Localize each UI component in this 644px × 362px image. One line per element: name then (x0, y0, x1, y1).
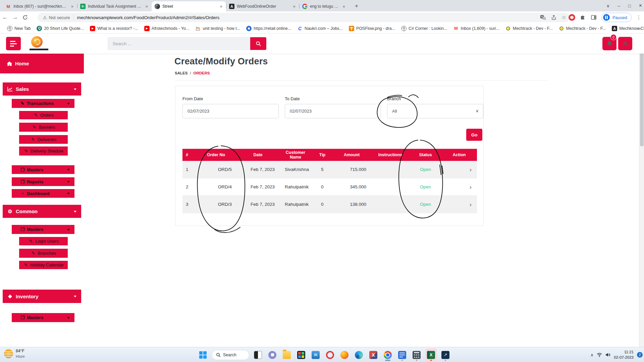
url-text[interactable]: mechknowsamplework.com/FoodOrderProduct/… (77, 15, 537, 20)
close-button[interactable]: × (639, 3, 642, 9)
tab-close-icon[interactable]: × (342, 4, 346, 9)
tab-google-search[interactable]: eng to telugu - Google Search × (299, 1, 349, 11)
taskbar-chrome-active[interactable] (382, 349, 393, 361)
sidebar-item-holiday-calendar[interactable]: ✎ Holiday Calendar (19, 261, 68, 269)
sidebar-item-masters-common[interactable]: ❐ Masters (12, 225, 74, 234)
bookmark-gmail-inbox[interactable]: MInbox (1,609) - suri... (450, 26, 502, 31)
app-search-button[interactable] (250, 37, 266, 50)
wifi-icon[interactable] (597, 353, 602, 357)
bookmark-afrotechmods[interactable]: ▶Afrotechmods - Yo... (141, 26, 193, 31)
reload-button[interactable] (22, 14, 28, 20)
sidebar-item-masters-inventory[interactable]: ❐ Masters (12, 313, 74, 322)
table-row[interactable]: 3 ORD/3 Feb 7, 2023 Rahulpatnik 0 138.00… (182, 196, 477, 213)
taskbar-file-explorer[interactable] (281, 349, 292, 361)
page-scrollbar[interactable]: ▲ (639, 34, 644, 347)
sidebar-item-inventory[interactable]: ❖ Inventory (3, 290, 81, 303)
to-date-input[interactable]: 02/07/2023 (285, 104, 381, 118)
share-icon[interactable] (551, 15, 556, 20)
taskbar-clock[interactable]: 11:21 02-07-2023 (614, 350, 634, 360)
profile-sync-paused-button[interactable]: Paused (601, 13, 632, 22)
new-tab-button[interactable]: + (353, 3, 360, 9)
taskbar-firefox[interactable] (339, 349, 350, 361)
tab-close-icon[interactable]: × (292, 4, 296, 9)
hidden-icons-chevron-icon[interactable]: ∧ (590, 353, 593, 357)
bookmark-naukri[interactable]: CNaukri.com – Jobs... (294, 26, 346, 31)
row-expand-chevron-icon[interactable]: › (441, 166, 477, 173)
go-button[interactable]: Go (466, 129, 482, 141)
tab-search-icon[interactable]: ∨ (606, 3, 610, 8)
tab-close-icon[interactable]: × (219, 4, 223, 9)
maximize-button[interactable]: □ (628, 3, 631, 8)
bookmark-resistor-video[interactable]: ▶What is a resistor? -... (87, 26, 141, 31)
sidebar-item-branches[interactable]: ✎ Branches (19, 249, 68, 258)
from-date-input[interactable]: 02/07/2023 (182, 104, 279, 118)
tab-close-icon[interactable]: × (145, 4, 149, 9)
taskbar-snip-tool[interactable]: ↗ (440, 349, 451, 361)
table-row[interactable]: 1 ORD/5 Feb 7, 2023 SivaKrishna 5 715.00… (182, 161, 477, 178)
tab-sheets[interactable]: Individual Task Assignment - Goo × (77, 1, 152, 11)
sidebar-item-login-users[interactable]: ✎ Login Users (19, 237, 68, 245)
branch-select[interactable]: All ∨ (387, 104, 483, 118)
tab-webfoodonlineorder[interactable]: A WebFoodOnlineOrder × (226, 1, 299, 11)
breadcrumb-parent[interactable]: SALES (175, 71, 187, 75)
sidebar-item-dashboard[interactable]: ◔ Dashboard (12, 189, 74, 198)
bookmark-new-tab[interactable]: New Tab (4, 26, 34, 31)
sidebar-item-orders[interactable]: ✎ Orders (19, 111, 68, 119)
sidebar-item-sales[interactable]: Sales (3, 82, 81, 96)
tab-close-icon[interactable]: × (70, 4, 74, 9)
sidebar-item-transactions[interactable]: ✎ Transactions (12, 99, 74, 108)
speaker-icon[interactable] (605, 353, 610, 357)
app-logo[interactable] (30, 36, 44, 51)
taskbar-photo-editor[interactable]: X (368, 349, 379, 361)
sidebar-item-deliveries[interactable]: ✎ Deliveries (19, 135, 68, 144)
bookmark-retail-online[interactable]: https://retail.online... (243, 26, 294, 31)
extensions-puzzle-icon[interactable] (580, 14, 586, 20)
omnibox[interactable]: ⚠ Not secure mechknowsamplework.com/Food… (38, 13, 570, 22)
tab-gmail[interactable]: M Inbox (607) - suri@mechknowsof × (3, 1, 77, 11)
adblock-extension-icon[interactable] (569, 14, 575, 21)
sidebar-item-masters-sales[interactable]: ❐ Masters (12, 165, 74, 174)
sidebar-item-reports[interactable]: ❐ Reports (12, 177, 74, 186)
user-profile-button[interactable] (618, 37, 632, 50)
translate-icon[interactable] (540, 15, 546, 20)
security-label[interactable]: Not secure (49, 15, 70, 20)
sidebar-item-common[interactable]: ⚙ Common (3, 205, 81, 218)
taskbar-store[interactable] (296, 349, 307, 361)
bookmark-star-icon[interactable]: ☆ (562, 14, 566, 20)
sidebar-item-home[interactable]: Home (0, 54, 84, 73)
start-button[interactable] (197, 349, 209, 361)
forward-button[interactable]: → (10, 14, 20, 21)
app-search-input[interactable] (108, 37, 250, 50)
scrollbar-thumb[interactable] (640, 39, 644, 146)
bookmarks-overflow-icon[interactable]: » (638, 25, 641, 31)
table-row[interactable]: 2 ORD/4 Feb 7, 2023 Rahulpatnik 0 345.00… (182, 178, 477, 196)
taskbar-calculator[interactable] (411, 349, 422, 361)
sidebar-item-delivery-schedule[interactable]: ✎ Delivery Shedule (19, 146, 68, 156)
bookmark-mechtrack-1[interactable]: Mechtrack - Dev - F... (502, 26, 556, 31)
row-expand-chevron-icon[interactable]: › (441, 183, 477, 191)
bookmark-quotes[interactable]: Q20 Short Life Quote... (34, 26, 87, 31)
row-expand-chevron-icon[interactable]: › (441, 201, 477, 208)
taskbar-app-window[interactable] (252, 349, 264, 361)
bookmark-posflow[interactable]: POSFlow.png - dra... (346, 26, 398, 31)
tab-street-active[interactable]: Street × (152, 1, 226, 11)
taskbar-search[interactable]: Search (212, 350, 249, 360)
bookmark-mechtrack-2[interactable]: Mechtrack - Dev - F... (556, 26, 609, 31)
notification-center-badge[interactable]: 2 (637, 352, 643, 358)
browser-menu-kebab-icon[interactable]: ⋮ (636, 14, 641, 20)
taskbar-mail[interactable]: ✉ (310, 349, 321, 361)
sidebar-toggle-hamburger-icon[interactable] (6, 37, 21, 50)
taskbar-weather-widget[interactable]: 84°F Haze (4, 349, 25, 359)
taskbar-edge[interactable] (353, 349, 365, 361)
taskbar-notepad[interactable] (396, 349, 408, 361)
minimize-button[interactable]: – (618, 3, 620, 8)
side-panel-icon[interactable] (591, 14, 597, 20)
back-button[interactable]: ← (0, 14, 10, 21)
bookmark-csharp-corner[interactable]: C# Corner : Lookin... (398, 26, 450, 31)
taskbar-opera[interactable] (324, 349, 336, 361)
bookmark-unit-testing[interactable]: unit testing - how t... (192, 26, 243, 31)
sidebar-item-banners[interactable]: ✎ Banners (19, 123, 68, 132)
taskbar-excel[interactable]: X (425, 349, 437, 361)
taskbar-teams[interactable] (267, 349, 278, 361)
edit-icon: ✎ (23, 263, 29, 267)
